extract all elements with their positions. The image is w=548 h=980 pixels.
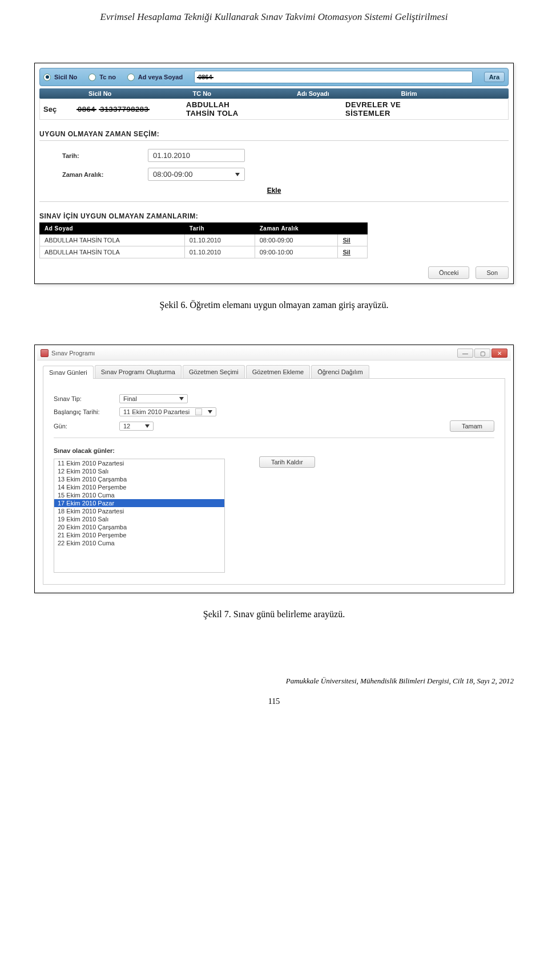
cell-range: 08:00-09:00 [255, 234, 338, 246]
start-label: Başlangıç Tarihi: [54, 408, 119, 415]
th-name: Ad Soyad [40, 223, 185, 234]
list-item[interactable]: 22 Ekim 2010 Cuma [54, 539, 224, 547]
result-header: Sicil No TC No Adı Soyadı Birim [39, 88, 509, 99]
list-item[interactable]: 12 Ekim 2010 Salı [54, 467, 224, 475]
delete-link[interactable]: Sil [342, 237, 350, 244]
result-row[interactable]: Seç 0864 31337798283 ABDULLAH TAHSİN TOL… [39, 99, 509, 120]
delete-link[interactable]: Sil [342, 249, 350, 256]
close-button[interactable]: ✕ [491, 349, 507, 358]
window-titlebar: Sınav Programı — ▢ ✕ [37, 347, 511, 361]
col-sicil: Sicil No [88, 90, 193, 97]
figure-7: Sınav Programı — ▢ ✕ Sınav GünleriSınav … [34, 345, 514, 619]
tab-sınav-programı-oluşturma[interactable]: Sınav Programı Oluşturma [95, 365, 182, 378]
radio-icon [127, 74, 135, 81]
list-item[interactable]: 21 Ekim 2010 Perşembe [54, 531, 224, 539]
range-value: 08:00-09:00 [153, 170, 192, 179]
th-range: Zaman Aralık [255, 223, 338, 234]
maximize-button[interactable]: ▢ [474, 349, 490, 358]
prev-button[interactable]: Önceki [428, 266, 469, 279]
cell-range: 09:00-10:00 [255, 246, 338, 258]
col-name: Adı Soyadı [297, 90, 401, 97]
type-value: Final [123, 395, 137, 402]
chevron-down-icon [145, 424, 150, 428]
col-tcno: TC No [193, 90, 297, 97]
result-sicil: 0864 [78, 105, 95, 114]
calendar-icon [195, 408, 202, 415]
last-button[interactable]: Son [476, 266, 509, 279]
tab-gözetmen-ekleme[interactable]: Gözetmen Ekleme [246, 365, 310, 378]
chevron-down-icon [235, 173, 240, 176]
col-birim: Birim [401, 90, 506, 97]
start-value: 11 Ekim 2010 Pazartesi [123, 408, 190, 415]
radio-label: Tc no [99, 74, 116, 80]
list-item[interactable]: 15 Ekim 2010 Cuma [54, 491, 224, 499]
nav-row: Önceki Son [39, 266, 509, 279]
invalid-times-table: Ad Soyad Tarih Zaman Aralık ABDULLAH TAH… [39, 222, 368, 258]
range-dropdown[interactable]: 08:00-09:00 [148, 168, 245, 181]
result-name-2: TAHSİN TOLA [186, 109, 239, 118]
days-listbox[interactable]: 11 Ekim 2010 Pazartesi12 Ekim 2010 Salı1… [54, 459, 225, 573]
table-row: ABDULLAH TAHSİN TOLA01.10.201008:00-09:0… [40, 234, 368, 246]
radio-icon [88, 74, 96, 81]
list-item[interactable]: 20 Ekim 2010 Çarşamba [54, 523, 224, 531]
tab-sınav-günleri[interactable]: Sınav Günleri [43, 366, 94, 379]
remove-date-button[interactable]: Tarih Kaldır [259, 456, 315, 468]
date-input[interactable]: 01.10.2010 [148, 149, 245, 162]
radio-sicil-no[interactable]: Sicil No [43, 74, 77, 81]
page-title: Evrimsel Hesaplama Tekniği Kullanarak Sı… [34, 11, 514, 23]
range-label: Zaman Aralık: [62, 171, 148, 178]
list-item[interactable]: 18 Ekim 2010 Pazartesi [54, 507, 224, 515]
search-bar: Sicil No Tc no Ad veya Soyad 0864 Ara [39, 68, 509, 86]
list-title: Sınav olacak günler: [54, 447, 494, 454]
page-number: 115 [34, 697, 514, 706]
section-invalid-times: SINAV İÇİN UYGUN OLMAYAN ZAMANLARIM: [39, 212, 509, 220]
ok-button[interactable]: Tamam [450, 420, 494, 432]
chevron-down-icon [179, 397, 184, 400]
radio-label: Sicil No [54, 74, 77, 80]
list-item[interactable]: 13 Ekim 2010 Çarşamba [54, 475, 224, 483]
th-action [338, 223, 368, 234]
th-date: Tarih [184, 223, 255, 234]
result-birim-2: SİSTEMLER [345, 109, 390, 118]
result-tcno: 31337798283 [100, 105, 148, 114]
search-input[interactable]: 0864 [194, 71, 473, 83]
figure-6: Sicil No Tc no Ad veya Soyad 0864 Ara [34, 63, 514, 310]
figure-6-caption: Şekil 6. Öğretim elemanı uygun olmayan z… [34, 300, 514, 310]
cell-name: ABDULLAH TAHSİN TOLA [40, 234, 185, 246]
window-controls: — ▢ ✕ [457, 349, 507, 358]
radio-tc-no[interactable]: Tc no [88, 74, 116, 81]
journal-footer: Pamukkale Üniversitesi, Mühendislik Bili… [34, 677, 514, 686]
day-dropdown[interactable]: 12 [119, 422, 154, 431]
tab-öğrenci-dağılım[interactable]: Öğrenci Dağılım [311, 365, 369, 378]
select-link[interactable]: Seç [43, 105, 78, 114]
date-label: Tarih: [62, 152, 148, 159]
result-birim-1: DEVRELER VE [345, 100, 401, 109]
tabs: Sınav GünleriSınav Programı OluşturmaGöz… [43, 365, 505, 379]
list-item[interactable]: 11 Ekim 2010 Pazartesi [54, 459, 224, 467]
figure-7-caption: Şekil 7. Sınav günü belirleme arayüzü. [34, 609, 514, 619]
list-item[interactable]: 17 Ekim 2010 Pazar [54, 499, 224, 507]
radio-icon [43, 74, 51, 81]
minimize-button[interactable]: — [457, 349, 473, 358]
type-dropdown[interactable]: Final [119, 394, 188, 403]
table-row: ABDULLAH TAHSİN TOLA01.10.201009:00-10:0… [40, 246, 368, 258]
result-name-1: ABDULLAH [186, 100, 229, 109]
radio-label: Ad veya Soyad [138, 74, 183, 80]
day-label: Gün: [54, 423, 119, 430]
search-button[interactable]: Ara [484, 72, 505, 82]
cell-date: 01.10.2010 [184, 246, 255, 258]
cell-name: ABDULLAH TAHSİN TOLA [40, 246, 185, 258]
section-time-select: UYGUN OLMAYAN ZAMAN SEÇİM: [39, 130, 509, 138]
list-item[interactable]: 19 Ekim 2010 Salı [54, 515, 224, 523]
list-item[interactable]: 14 Ekim 2010 Perşembe [54, 483, 224, 491]
radio-ad-soyad[interactable]: Ad veya Soyad [127, 74, 183, 81]
start-datepicker[interactable]: 11 Ekim 2010 Pazartesi [119, 407, 216, 416]
ekle-button[interactable]: Ekle [267, 187, 281, 195]
app-icon [41, 349, 49, 357]
tab-gözetmen-seçimi[interactable]: Gözetmen Seçimi [183, 365, 245, 378]
window-title: Sınav Programı [51, 350, 95, 357]
chevron-down-icon [208, 410, 212, 414]
search-value: 0864 [198, 74, 212, 80]
cell-date: 01.10.2010 [184, 234, 255, 246]
type-label: Sınav Tip: [54, 395, 119, 402]
